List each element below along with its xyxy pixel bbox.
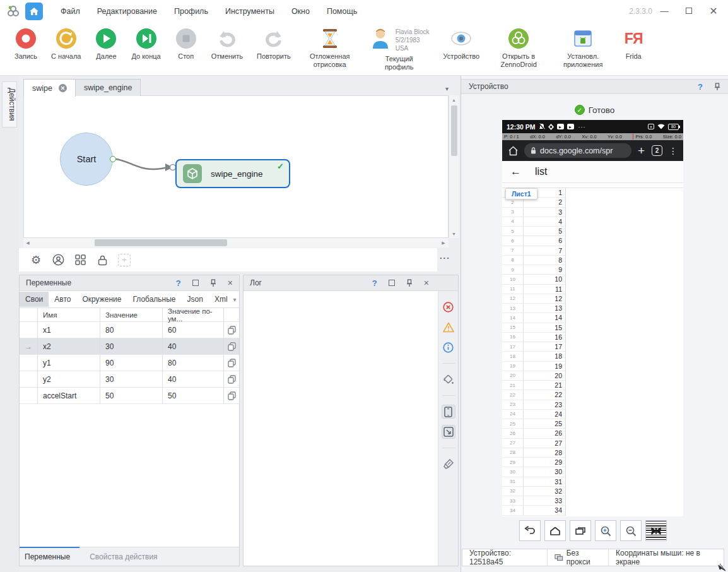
next-button[interactable]: Далее (88, 27, 124, 61)
copy-variable-button[interactable] (224, 355, 239, 371)
actions-dock-tab[interactable]: Действия (2, 81, 17, 128)
variable-name[interactable]: y1 (38, 355, 100, 371)
copy-variable-button[interactable] (224, 388, 239, 404)
sheet-cell-value[interactable]: 17 (524, 342, 566, 352)
frida-button[interactable]: FЯ Frida (615, 27, 652, 61)
menu-item[interactable]: Окно (291, 7, 310, 16)
vars-tab-global[interactable]: Глобальные (127, 292, 181, 307)
log-info-filter-icon[interactable] (442, 340, 455, 354)
sheet-cell-value[interactable]: 12 (524, 294, 566, 304)
scroll-left-icon[interactable]: ◀ (23, 241, 32, 246)
maximize-button[interactable] (683, 5, 695, 16)
copy-variable-button[interactable] (224, 338, 239, 355)
tab-count[interactable]: 2 (652, 145, 662, 156)
open-in-zennodroid-button[interactable]: Открыть в ZennoDroid (486, 27, 551, 69)
variable-row[interactable]: x18060 (20, 322, 239, 338)
zoom-in-button[interactable] (595, 520, 616, 541)
back-arrow-icon[interactable]: ← (510, 165, 521, 178)
sheet-cell-value[interactable]: 33 (524, 496, 566, 506)
close-panel-icon[interactable]: × (424, 280, 429, 286)
canvas-vertical-scrollbar[interactable]: ▲ ▼ (449, 95, 459, 238)
variable-row[interactable]: y23040 (20, 371, 239, 388)
vertical-scroll-thumb[interactable] (451, 105, 457, 156)
scroll-down-icon[interactable]: ▼ (449, 229, 459, 238)
sheet-cell-value[interactable]: 8 (524, 256, 566, 265)
copy-variable-button[interactable] (224, 371, 239, 388)
sheet-cell-value[interactable]: 13 (524, 304, 566, 313)
new-tab-icon[interactable]: + (638, 144, 645, 158)
sheet-cell-value[interactable]: 18 (524, 352, 566, 361)
tab-close-icon[interactable] (59, 84, 67, 92)
close-button[interactable]: ✕ (708, 5, 719, 16)
variable-default[interactable]: 80 (163, 355, 224, 371)
sheet-cell-value[interactable]: 32 (524, 487, 566, 496)
sheet-cell-value[interactable]: 11 (524, 285, 566, 294)
settings-gear-icon[interactable]: ⚙ (30, 254, 42, 266)
sheet-cell-value[interactable]: 27 (524, 439, 566, 448)
device-back-button[interactable] (519, 520, 541, 541)
to-end-button[interactable]: До конца (124, 27, 167, 61)
maximize-panel-icon[interactable] (192, 280, 199, 286)
start-output-port[interactable] (110, 156, 116, 162)
sheet-cell-value[interactable]: 22 (524, 390, 566, 400)
grid-view-icon[interactable] (74, 254, 86, 266)
lock-icon[interactable] (96, 254, 109, 266)
sheet-cell-value[interactable]: 20 (524, 371, 566, 381)
fill-color-icon[interactable] (442, 372, 455, 386)
tab-swipe-engine[interactable]: swipe_engine (76, 79, 141, 96)
sheet-cell-value[interactable]: 26 (524, 429, 566, 438)
horizontal-scroll-thumb[interactable] (95, 239, 227, 246)
sheet-cell-value[interactable]: 4 (524, 217, 566, 227)
sheet-cell-value[interactable]: 31 (524, 477, 566, 487)
sheet-cell-value[interactable]: 24 (524, 410, 566, 419)
sheet-cell-value[interactable]: 15 (524, 323, 566, 333)
redo-button[interactable]: Повторить (250, 27, 298, 61)
log-warnings-filter-icon[interactable] (442, 320, 455, 334)
column-default[interactable]: Значение по-ум... (163, 308, 224, 322)
vars-tabs-dropdown-icon[interactable]: ▾ (233, 296, 237, 303)
sheet-cell-value[interactable]: 16 (524, 333, 566, 342)
spreadsheet[interactable]: 1122334455667788991010111112121313141415… (502, 183, 683, 516)
vars-tab-own[interactable]: Свои (20, 292, 49, 307)
menu-item[interactable]: Профиль (174, 7, 208, 16)
home-button[interactable] (25, 3, 43, 20)
stop-button[interactable]: Стоп (168, 27, 204, 61)
sheet-cell-value[interactable]: 28 (524, 448, 566, 458)
restart-button[interactable]: С начала (44, 27, 88, 61)
variable-name[interactable]: x2 (38, 338, 100, 355)
help-icon[interactable]: ? (372, 278, 377, 288)
pin-icon[interactable] (714, 83, 720, 91)
scroll-up-icon[interactable]: ▲ (449, 95, 459, 104)
log-errors-filter-icon[interactable] (442, 300, 455, 314)
sheet-cell-value[interactable]: 3 (524, 208, 566, 217)
device-screen-toggle-icon[interactable] (442, 405, 455, 419)
profile-circle-icon[interactable] (52, 254, 64, 266)
variable-name[interactable]: x1 (38, 322, 100, 338)
clear-log-icon[interactable] (442, 457, 455, 471)
variable-value[interactable]: 50 (100, 388, 163, 404)
canvas-more-menu[interactable]: ... (440, 251, 450, 261)
column-name[interactable]: Имя (38, 308, 100, 322)
device-screen[interactable]: 12:30 PM ▶ ▶ ··· ✕ 80 P: 0 / 1dX: 0.0dY:… (502, 120, 683, 516)
variable-name[interactable]: accelStart (38, 388, 100, 404)
sheet-cell-value[interactable]: 30 (524, 467, 566, 477)
vars-tab-environment[interactable]: Окружение (76, 292, 127, 307)
sheet-cell-value[interactable]: 9 (524, 265, 566, 275)
flow-canvas[interactable]: Start swipe_engine ✓ (23, 95, 449, 238)
browser-home-icon[interactable] (508, 146, 519, 156)
sheet-cell-value[interactable]: 5 (524, 227, 566, 236)
browser-menu-icon[interactable]: ⋮ (669, 146, 678, 156)
variable-value[interactable]: 80 (100, 322, 163, 338)
variable-name[interactable]: y2 (38, 371, 100, 388)
current-profile-button[interactable]: Flavia Block 5/2/1983 USA Текущий профил… (362, 27, 437, 71)
sheet-cell-value[interactable]: 6 (524, 236, 566, 246)
sheet-cell-value[interactable]: 34 (524, 506, 566, 515)
maximize-panel-icon[interactable] (389, 280, 395, 286)
variable-row[interactable]: y19080 (20, 355, 239, 371)
device-home-button[interactable] (544, 520, 566, 541)
device-recents-button[interactable] (570, 520, 591, 541)
sheet-cell-value[interactable]: 7 (524, 246, 566, 256)
variable-default[interactable]: 60 (163, 322, 224, 338)
variable-default[interactable]: 40 (163, 338, 224, 355)
bottom-tab-action-properties[interactable]: Свойства действия (79, 547, 167, 566)
